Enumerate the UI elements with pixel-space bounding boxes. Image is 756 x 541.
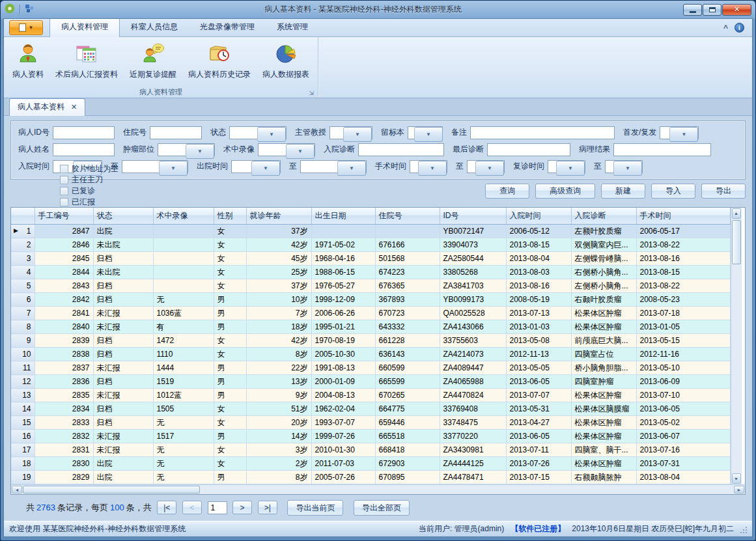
row-selector-cell[interactable]: 11 [11,361,35,375]
row-selector-cell[interactable]: 3 [11,252,35,266]
row-selector-cell[interactable]: 4 [11,266,35,279]
action-button-导出[interactable]: 导出 [701,184,746,199]
row-selector-cell[interactable]: 13 [11,389,35,402]
scroll-down-icon[interactable]: ▼ [732,473,741,484]
row-selector-cell[interactable]: 19 [11,471,35,484]
column-header[interactable]: 就诊年龄 [246,208,311,225]
filter-combo[interactable]: ▼ [410,160,447,173]
scroll-up-icon[interactable]: ▲ [732,208,741,219]
filter-combo[interactable]: ▼ [548,160,585,173]
document-tab-patient-basic-data[interactable]: 病人基本资料 ✕ [9,98,85,116]
table-row[interactable]: 52843归档女37岁1976-05-27676365ZA38417032013… [11,279,730,293]
checkbox-box[interactable] [60,165,68,173]
dropdown-arrow-icon[interactable]: ▼ [343,127,372,142]
dropdown-arrow-icon[interactable]: ▼ [337,161,366,176]
action-button-新建[interactable]: 新建 [601,184,645,199]
table-row[interactable]: 172831未汇报无女3岁2010-01-30668418ZA343098120… [11,443,730,457]
ribbon-tab-system-management[interactable]: 系统管理 [266,18,319,36]
checkbox-已汇报[interactable]: 已汇报 [60,197,119,208]
filter-input[interactable] [53,143,115,156]
action-button-查询[interactable]: 查询 [485,184,529,199]
dropdown-arrow-icon[interactable]: ▼ [286,144,315,159]
row-selector-cell[interactable]: ▶1 [11,225,35,238]
vertical-scrollbar[interactable]: ▲ ▼ [731,208,742,485]
checkbox-已复诊[interactable]: 已复诊 [60,186,119,197]
application-menu-button[interactable]: ▼ [9,20,43,35]
filter-combo[interactable]: ▼ [605,160,643,173]
column-header[interactable]: 术中录像 [153,208,214,225]
column-header[interactable]: 住院号 [375,208,440,225]
filter-combo[interactable]: ▼ [660,126,699,139]
dropdown-arrow-icon[interactable]: ▼ [159,161,188,176]
action-button-高级查询[interactable]: 高级查询 [535,184,595,199]
close-button[interactable]: ✕ [722,4,751,16]
table-row[interactable]: 142834归档1505女51岁1962-02-0466477533769408… [11,402,730,416]
dropdown-arrow-icon[interactable]: ▼ [556,161,585,176]
last-page-button[interactable]: >| [258,501,277,514]
ribbon-button-data-report[interactable]: 病人数据报表 [257,39,315,83]
horizontal-scrollbar[interactable]: ◄ ► [11,484,745,494]
tab-close-icon[interactable]: ✕ [71,103,77,111]
ribbon-tab-disc-tape-management[interactable]: 光盘录像带管理 [189,18,266,36]
table-row[interactable]: 92839归档1472女42岁1970-08-19661228337556032… [11,334,730,348]
table-row[interactable]: 62842归档无男10岁1998-12-09367893YB0099173200… [11,293,730,307]
column-header[interactable] [11,208,35,225]
table-row[interactable]: 162832未汇报1517男14岁1999-07-266655183377022… [11,430,730,443]
first-page-button[interactable]: |< [157,501,176,514]
column-header[interactable]: 出生日期 [311,208,375,225]
row-selector-cell[interactable]: 10 [11,348,35,361]
row-selector-cell[interactable]: 5 [11,279,35,293]
row-selector-cell[interactable]: 18 [11,457,35,471]
checkbox-主任主刀[interactable]: 主任主刀 [60,174,119,186]
page-number-input[interactable] [208,501,227,514]
column-header[interactable]: 入院时间 [506,208,571,225]
table-row[interactable]: 102838归档1110女8岁2005-10-30636143ZA4214073… [11,348,730,361]
table-row[interactable]: 72841未汇报1036蓝男7岁2006-06-26670723QA002552… [11,307,730,320]
filter-input[interactable] [487,143,570,156]
row-selector-cell[interactable]: 8 [11,320,35,334]
quick-access-icon[interactable] [25,4,34,15]
table-row[interactable]: 42844未出院女25岁1988-06-15674223338052682013… [11,266,730,279]
filter-combo[interactable]: ▼ [258,143,315,156]
table-row[interactable]: 22846未出院女42岁1971-05-02676166339040732013… [11,238,730,252]
prev-page-button[interactable]: < [182,501,202,514]
minimize-button[interactable] [683,4,702,16]
filter-input[interactable] [358,143,444,156]
table-row[interactable]: 122836归档1519男13岁2000-01-09665599ZA406598… [11,375,730,389]
row-selector-cell[interactable]: 7 [11,307,35,320]
table-row[interactable]: ▶12847出院女37岁YB00721472006-05-12左额叶胶质瘤200… [11,225,730,238]
column-header[interactable]: 手术时间 [636,208,730,225]
scroll-left-icon[interactable]: ◄ [12,486,22,493]
checkbox-box[interactable] [60,198,68,206]
ribbon-button-revisit-reminder[interactable]: 近期复诊提醒 [124,39,182,83]
dropdown-arrow-icon[interactable]: ▼ [257,127,286,142]
row-selector-cell[interactable]: 15 [11,416,35,430]
filter-input[interactable] [53,126,115,139]
export-all-pages-button[interactable]: 导出全部页 [354,500,410,516]
checkbox-box[interactable] [60,176,68,184]
resize-grip[interactable] [739,525,747,533]
next-page-button[interactable]: > [232,501,252,514]
dropdown-arrow-icon[interactable]: ▼ [613,161,642,176]
filter-combo[interactable]: ▼ [300,160,367,173]
column-header[interactable]: 状态 [93,208,153,225]
column-header[interactable]: 入院诊断 [571,208,636,225]
column-header[interactable]: 性别 [214,208,246,225]
table-row[interactable]: 152833归档无女20岁1993-07-0765944633748475201… [11,416,730,430]
filter-combo[interactable]: ▼ [229,126,287,139]
row-selector-cell[interactable]: 17 [11,443,35,457]
ribbon-tab-department-staff[interactable]: 科室人员信息 [120,18,189,36]
info-icon[interactable]: i [735,23,744,33]
checkbox-box[interactable] [60,187,68,195]
table-row[interactable]: 32845归档女45岁1968-04-16501568ZA25805442013… [11,252,730,266]
table-row[interactable]: 182830出院无女2岁2011-07-03672903ZA4444125201… [11,457,730,471]
table-row[interactable]: 112837未汇报1444男22岁1991-08-13660599ZA40894… [11,361,730,375]
table-row[interactable]: 132835未汇报1012蓝男9岁2004-08-13670265ZA44708… [11,389,730,402]
checkbox-胶片地址为空[interactable]: 胶片地址为空 [60,163,119,174]
ribbon-button-patient-data[interactable]: 病人资料 [7,39,49,83]
row-selector-cell[interactable]: 2 [11,238,35,252]
maximize-button[interactable] [703,4,721,16]
filter-input[interactable] [470,126,615,139]
dropdown-arrow-icon[interactable]: ▼ [475,161,504,176]
table-row[interactable]: 82840未汇报有男18岁1995-01-21643332ZA414306620… [11,320,730,334]
